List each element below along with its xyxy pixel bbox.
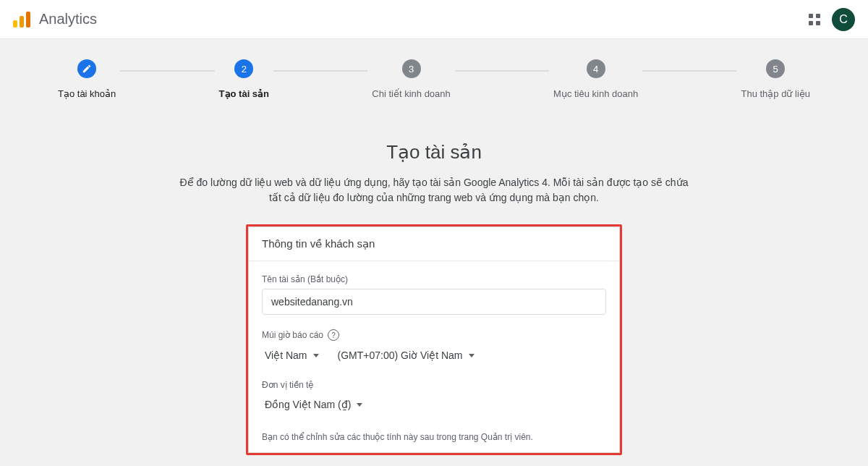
chevron-down-icon [357, 403, 362, 407]
step-circle-active: 2 [234, 59, 253, 78]
step-line [642, 70, 736, 72]
step-business-objectives[interactable]: 4 Mục tiêu kinh doanh [553, 59, 638, 99]
card-body: Tên tài sản (Bắt buộc) Múi giờ báo cáo ?… [249, 261, 619, 452]
currency-label: Đơn vị tiền tệ [262, 380, 606, 390]
pencil-icon [82, 64, 92, 74]
step-business-details[interactable]: 3 Chi tiết kinh doanh [372, 59, 450, 99]
chevron-down-icon [469, 354, 475, 357]
currency-dropdown[interactable]: Đồng Việt Nam (₫) [262, 394, 365, 415]
timezone-label-text: Múi giờ báo cáo [262, 330, 323, 340]
step-circle-done [77, 59, 96, 78]
help-icon[interactable]: ? [328, 329, 339, 341]
step-line [120, 70, 214, 72]
timezone-country-dropdown[interactable]: Việt Nam [262, 345, 322, 365]
step-circle-pending: 5 [766, 59, 785, 78]
timezone-offset-value: (GMT+07:00) Giờ Việt Nam [338, 350, 463, 361]
card-header: Thông tin về khách sạn [249, 227, 619, 261]
step-create-account[interactable]: Tạo tài khoản [58, 59, 116, 99]
step-circle-pending: 3 [402, 59, 421, 78]
page-title: Tạo tài sản [0, 141, 868, 164]
timezone-country-value: Việt Nam [265, 350, 307, 361]
apps-grid-icon[interactable] [809, 14, 820, 25]
timezone-label: Múi giờ báo cáo ? [262, 329, 606, 341]
step-label: Tạo tài khoản [58, 88, 116, 99]
app-title: Analytics [39, 11, 97, 27]
step-label: Chi tiết kinh doanh [372, 88, 450, 99]
stepper: Tạo tài khoản 2 Tạo tài sản 3 Chi tiết k… [0, 39, 868, 106]
header-left: Analytics [13, 11, 97, 27]
workspace: Tạo tài khoản 2 Tạo tài sản 3 Chi tiết k… [0, 39, 868, 466]
step-line [273, 70, 367, 72]
property-form-card: Thông tin về khách sạn Tên tài sản (Bắt … [246, 224, 622, 455]
step-label: Mục tiêu kinh doanh [553, 88, 638, 99]
analytics-logo-icon [13, 12, 30, 27]
page-description: Để đo lường dữ liệu web và dữ liệu ứng d… [174, 175, 694, 206]
step-label: Tạo tài sản [219, 88, 269, 99]
avatar[interactable]: C [832, 8, 855, 31]
step-line [455, 70, 549, 72]
step-label: Thu thập dữ liệu [741, 88, 810, 99]
app-header: Analytics C [0, 0, 868, 39]
header-right: C [809, 8, 855, 31]
step-create-property[interactable]: 2 Tạo tài sản [219, 59, 269, 99]
timezone-offset-dropdown[interactable]: (GMT+07:00) Giờ Việt Nam [335, 345, 477, 365]
card-note: Bạn có thể chỉnh sửa các thuộc tính này … [262, 432, 606, 442]
chevron-down-icon [313, 354, 319, 357]
property-name-input[interactable] [262, 289, 606, 315]
currency-value: Đồng Việt Nam (₫) [265, 399, 351, 410]
step-data-collection[interactable]: 5 Thu thập dữ liệu [741, 59, 810, 99]
step-circle-pending: 4 [587, 59, 605, 78]
property-name-label: Tên tài sản (Bắt buộc) [262, 274, 606, 284]
